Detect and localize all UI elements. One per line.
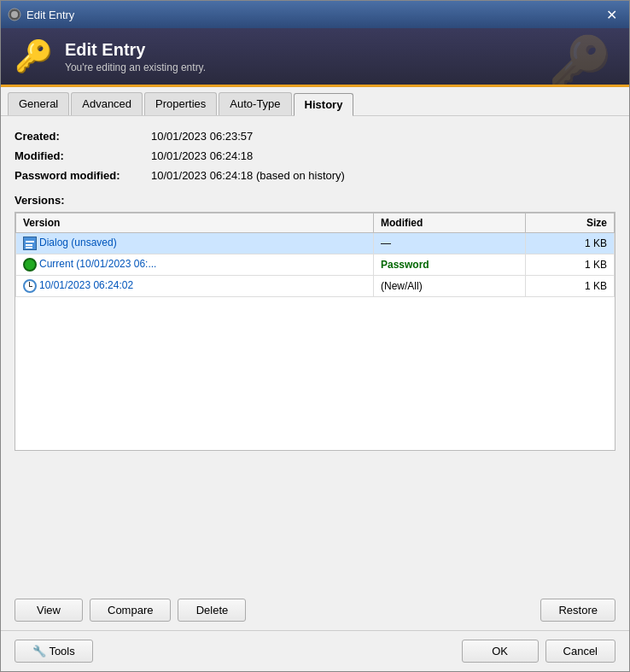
modified-cell: Password	[373, 254, 525, 276]
tools-button[interactable]: 🔧 Tools	[15, 640, 93, 663]
header-banner: 🔑 Edit Entry You're editing an existing …	[1, 28, 629, 87]
header-title: Edit Entry	[65, 40, 206, 60]
window-icon	[8, 8, 21, 21]
restore-button[interactable]: Restore	[540, 599, 615, 622]
title-bar-text: Edit Entry	[26, 9, 600, 21]
tab-advanced[interactable]: Advanced	[71, 92, 143, 115]
size-cell: 1 KB	[526, 276, 615, 297]
versions-label: Versions:	[15, 194, 615, 207]
tab-auto-type[interactable]: Auto-Type	[219, 92, 291, 115]
tab-general[interactable]: General	[8, 92, 69, 115]
header-subtitle: You're editing an existing entry.	[65, 61, 206, 73]
col-size: Size	[526, 213, 615, 233]
modified-row: Modified: 10/01/2023 06:24:18	[15, 149, 615, 162]
tab-content: Created: 10/01/2023 06:23:57 Modified: 1…	[1, 116, 629, 590]
edit-entry-window: Edit Entry ✕ 🔑 Edit Entry You're editing…	[0, 0, 630, 672]
created-row: Created: 10/01/2023 06:23:57	[15, 130, 615, 143]
cancel-button[interactable]: Cancel	[545, 640, 615, 663]
action-buttons-bar: View Compare Delete Restore	[1, 590, 629, 630]
header-text: Edit Entry You're editing an existing en…	[65, 40, 206, 73]
footer: 🔧 Tools OK Cancel	[1, 630, 629, 671]
version-cell: Dialog (unsaved)	[16, 233, 374, 254]
password-modified-row: Password modified: 10/01/2023 06:24:18 (…	[15, 169, 615, 182]
footer-right: OK Cancel	[462, 640, 615, 663]
close-button[interactable]: ✕	[600, 5, 622, 24]
created-label: Created:	[15, 130, 151, 143]
size-cell: 1 KB	[526, 254, 615, 276]
versions-container[interactable]: Version Modified Size Dialog (unsaved) —…	[15, 212, 615, 451]
key-icon: 🔑	[15, 38, 53, 74]
col-modified: Modified	[373, 213, 525, 233]
meta-info: Created: 10/01/2023 06:23:57 Modified: 1…	[15, 130, 615, 182]
table-row[interactable]: Current (10/01/2023 06:... Password 1 KB	[16, 254, 615, 276]
circle-green-icon	[23, 258, 37, 272]
title-bar: Edit Entry ✕	[1, 1, 629, 28]
table-row[interactable]: 10/01/2023 06:24:02 (New/All) 1 KB	[16, 276, 615, 297]
table-row[interactable]: Dialog (unsaved) — 1 KB	[16, 233, 615, 254]
modified-cell: (New/All)	[373, 276, 525, 297]
clock-icon	[23, 279, 37, 293]
tab-history[interactable]: History	[294, 93, 354, 116]
created-value: 10/01/2023 06:23:57	[151, 130, 253, 143]
version-cell: Current (10/01/2023 06:...	[16, 254, 374, 276]
list-icon	[23, 237, 37, 250]
version-cell: 10/01/2023 06:24:02	[16, 276, 374, 297]
delete-button[interactable]: Delete	[178, 599, 246, 622]
password-modified-label: Password modified:	[15, 169, 151, 182]
compare-button[interactable]: Compare	[90, 599, 171, 622]
versions-table: Version Modified Size Dialog (unsaved) —…	[15, 213, 615, 297]
tab-properties[interactable]: Properties	[144, 92, 217, 115]
modified-cell: —	[373, 233, 525, 254]
footer-left: 🔧 Tools	[15, 640, 93, 663]
modified-value: 10/01/2023 06:24:18	[151, 149, 253, 162]
col-version: Version	[16, 213, 374, 233]
password-modified-value: 10/01/2023 06:24:18 (based on history)	[151, 169, 345, 182]
ok-button[interactable]: OK	[462, 640, 539, 663]
view-button[interactable]: View	[15, 599, 83, 622]
svg-point-1	[11, 11, 18, 18]
size-cell: 1 KB	[526, 233, 615, 254]
tabs-bar: General Advanced Properties Auto-Type Hi…	[1, 87, 629, 116]
modified-label: Modified:	[15, 149, 151, 162]
table-header-row: Version Modified Size	[16, 213, 615, 233]
